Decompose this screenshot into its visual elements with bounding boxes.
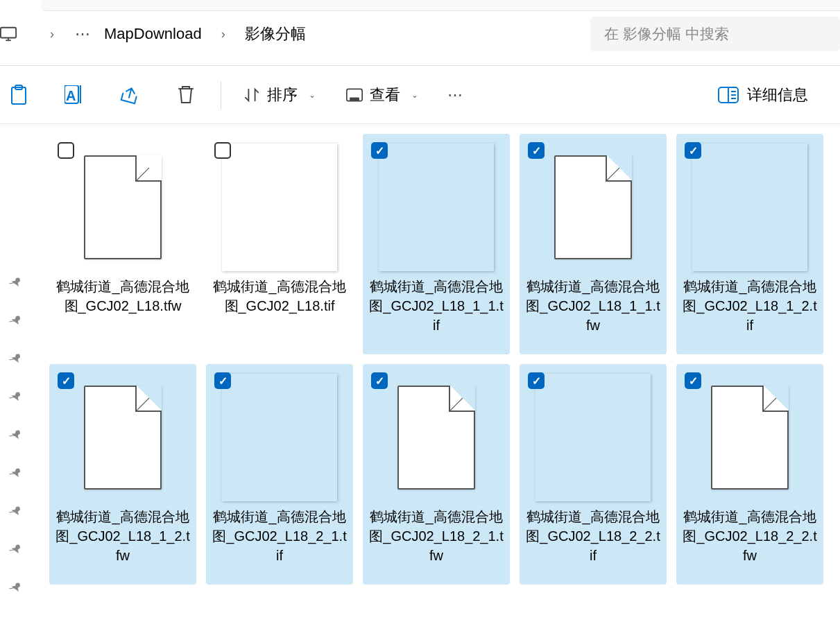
file-name: 鹤城街道_高德混合地图_GCJ02_L18_1_1.tif: [366, 271, 507, 335]
file-checkbox[interactable]: [58, 142, 74, 159]
pin-icon[interactable]: [7, 351, 24, 369]
details-label: 详细信息: [747, 85, 808, 105]
file-checkbox[interactable]: [214, 372, 231, 389]
file-checkbox[interactable]: [371, 142, 388, 159]
breadcrumb-current[interactable]: 影像分幅: [245, 24, 306, 44]
file-name: 鹤城街道_高德混合地图_GCJ02_L18_1_2.tfw: [52, 501, 194, 565]
file-name: 鹤城街道_高德混合地图_GCJ02_L18.tfw: [52, 271, 194, 316]
file-item[interactable]: 鹤城街道_高德混合地图_GCJ02_L18_1_2.tif: [676, 134, 823, 354]
paste-icon[interactable]: [6, 81, 33, 109]
search-input[interactable]: 在 影像分幅 中搜索: [590, 17, 840, 51]
svg-rect-17: [692, 144, 807, 271]
pin-strip: [0, 124, 33, 621]
file-item[interactable]: 鹤城街道_高德混合地图_GCJ02_L18_2_2.tfw: [676, 364, 823, 585]
file-item[interactable]: 鹤城街道_高德混合地图_GCJ02_L18_1_1.tfw: [520, 134, 667, 354]
pin-icon[interactable]: [7, 503, 24, 521]
pin-icon[interactable]: [7, 542, 24, 560]
pin-icon[interactable]: [7, 580, 24, 598]
quick-access-toolbar: [42, 0, 840, 11]
document-icon: [397, 386, 475, 490]
file-checkbox[interactable]: [214, 142, 231, 159]
document-icon: [84, 386, 162, 490]
svg-rect-0: [1, 28, 16, 38]
view-label: 查看: [370, 85, 400, 105]
svg-rect-18: [222, 374, 337, 501]
file-thumbnail: [692, 374, 807, 501]
file-thumbnail: [535, 144, 651, 271]
pin-icon[interactable]: [7, 275, 24, 293]
file-item[interactable]: 鹤城街道_高德混合地图_GCJ02_L18_1_2.tfw: [49, 364, 196, 585]
file-thumbnail: [65, 144, 180, 271]
more-icon[interactable]: ⋯: [447, 86, 465, 104]
file-checkbox[interactable]: [685, 372, 701, 389]
satellite-image-icon: [379, 144, 494, 271]
svg-rect-16: [379, 144, 494, 271]
file-name: 鹤城街道_高德混合地图_GCJ02_L18_1_1.tfw: [522, 271, 664, 335]
file-checkbox[interactable]: [371, 372, 388, 389]
file-thumbnail: [65, 374, 180, 501]
share-icon[interactable]: [117, 81, 144, 109]
details-button[interactable]: 详细信息: [708, 79, 818, 111]
sort-button[interactable]: 排序 ⌄: [235, 79, 324, 111]
delete-icon[interactable]: [172, 81, 200, 109]
file-thumbnail: [379, 144, 494, 271]
file-item[interactable]: 鹤城街道_高德混合地图_GCJ02_L18_1_1.tif: [363, 134, 510, 354]
satellite-image-icon: [535, 374, 651, 501]
search-placeholder: 在 影像分幅 中搜索: [604, 24, 729, 44]
satellite-image-icon: [692, 144, 807, 271]
file-name: 鹤城街道_高德混合地图_GCJ02_L18.tif: [209, 271, 350, 316]
file-item[interactable]: 鹤城街道_高德混合地图_GCJ02_L18_2_2.tif: [520, 364, 667, 585]
view-button[interactable]: 查看 ⌄: [338, 79, 427, 111]
svg-rect-19: [535, 374, 651, 501]
this-pc-icon[interactable]: [0, 27, 17, 41]
file-name: 鹤城街道_高德混合地图_GCJ02_L18_2_1.tif: [209, 501, 350, 565]
file-thumbnail: [692, 144, 807, 271]
file-item[interactable]: 鹤城街道_高德混合地图_GCJ02_L18_2_1.tfw: [363, 364, 510, 585]
svg-rect-9: [350, 97, 359, 101]
breadcrumb-parent[interactable]: MapDownload: [104, 25, 202, 43]
file-thumbnail: [379, 374, 494, 501]
chevron-right-icon[interactable]: ›: [50, 27, 54, 42]
pin-icon[interactable]: [7, 465, 24, 483]
main-area: 鹤城街道_高德混合地图_GCJ02_L18.tfw鹤城街道_高德混合地图_GCJ…: [0, 124, 840, 621]
toolbar: A 排序 ⌄ 查看 ⌄ ⋯ 详细信息: [0, 66, 840, 124]
file-thumbnail: [222, 144, 337, 271]
breadcrumb-ellipsis-icon[interactable]: ⋯: [75, 25, 92, 43]
file-item[interactable]: 鹤城街道_高德混合地图_GCJ02_L18.tfw: [49, 134, 196, 354]
file-checkbox[interactable]: [528, 142, 545, 159]
file-thumbnail: [535, 374, 651, 501]
satellite-image-icon: [222, 374, 337, 501]
pin-icon[interactable]: [7, 313, 24, 331]
satellite-image-icon: [222, 144, 337, 271]
svg-text:A: A: [66, 88, 76, 103]
file-grid[interactable]: 鹤城街道_高德混合地图_GCJ02_L18.tfw鹤城街道_高德混合地图_GCJ…: [33, 124, 840, 621]
file-checkbox[interactable]: [58, 372, 74, 389]
breadcrumb-bar: › ⋯ MapDownload › 影像分幅 在 影像分幅 中搜索: [0, 11, 840, 57]
breadcrumb: › ⋯ MapDownload › 影像分幅: [0, 24, 590, 44]
chevron-down-icon: ⌄: [411, 90, 418, 100]
document-icon: [711, 386, 789, 490]
file-checkbox[interactable]: [528, 372, 545, 389]
rename-icon[interactable]: A: [61, 81, 89, 109]
file-checkbox[interactable]: [685, 142, 701, 159]
document-icon: [554, 155, 632, 259]
separator: [221, 81, 221, 109]
pin-icon[interactable]: [7, 427, 24, 445]
file-name: 鹤城街道_高德混合地图_GCJ02_L18_2_1.tfw: [366, 501, 507, 565]
svg-rect-15: [222, 144, 337, 271]
sort-label: 排序: [267, 85, 298, 105]
file-item[interactable]: 鹤城街道_高德混合地图_GCJ02_L18.tif: [206, 134, 353, 354]
file-name: 鹤城街道_高德混合地图_GCJ02_L18_2_2.tif: [522, 501, 664, 565]
file-name: 鹤城街道_高德混合地图_GCJ02_L18_1_2.tif: [679, 271, 821, 335]
pin-icon[interactable]: [7, 389, 24, 407]
file-thumbnail: [222, 374, 337, 501]
file-name: 鹤城街道_高德混合地图_GCJ02_L18_2_2.tfw: [679, 501, 821, 565]
file-item[interactable]: 鹤城街道_高德混合地图_GCJ02_L18_2_1.tif: [206, 364, 353, 585]
document-icon: [84, 155, 162, 259]
chevron-right-icon[interactable]: ›: [221, 27, 225, 42]
chevron-down-icon: ⌄: [309, 90, 316, 100]
